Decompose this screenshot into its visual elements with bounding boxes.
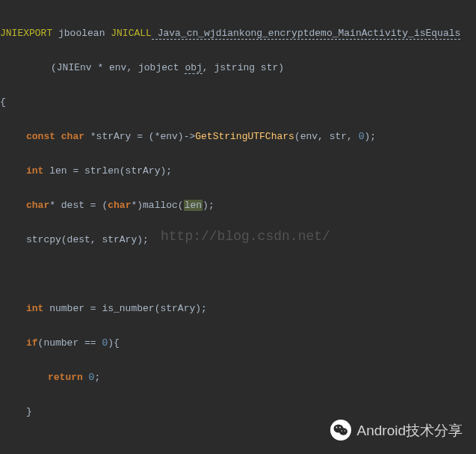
dest-decl1: * dest = ( bbox=[49, 200, 108, 211]
brace-close: } bbox=[26, 406, 32, 417]
jnicall-kw: JNICALL bbox=[111, 28, 152, 39]
strary-decl: *strAry = (*env)-> bbox=[84, 131, 195, 142]
int-kw: int bbox=[26, 303, 43, 314]
zero-literal: 0 bbox=[359, 131, 365, 142]
svg-point-2 bbox=[336, 427, 337, 429]
if-kw: if bbox=[26, 337, 38, 349]
svg-point-3 bbox=[339, 427, 341, 429]
svg-point-1 bbox=[339, 428, 347, 435]
getstring-args: (env, str, bbox=[294, 131, 359, 142]
if-cond: (number == bbox=[38, 337, 102, 349]
malloc-call: *)malloc( bbox=[131, 200, 183, 211]
code-editor[interactable]: JNIEXPORT jboolean JNICALL Java_cn_wjdia… bbox=[0, 0, 476, 454]
footer-badge: Android技术分享 bbox=[330, 420, 463, 441]
len-highlighted: len bbox=[184, 200, 203, 211]
footer-text: Android技术分享 bbox=[357, 422, 463, 439]
stmt-end: ); bbox=[203, 200, 214, 211]
param-tail: , jstring str) bbox=[203, 62, 284, 73]
char-kw: char bbox=[26, 200, 49, 211]
semicolon: ; bbox=[94, 372, 100, 383]
jniexport-kw: JNIEXPORT bbox=[0, 28, 52, 39]
return-val: 0 bbox=[83, 372, 95, 383]
param-obj: obj bbox=[185, 62, 202, 74]
number-decl: number = is_number(strAry); bbox=[43, 303, 206, 314]
getstring-method: GetStringUTFChars bbox=[195, 131, 294, 142]
return-kw: return bbox=[48, 372, 83, 383]
param-line: (JNIEnv * env, jobject bbox=[51, 62, 185, 73]
if-end: ){ bbox=[108, 337, 120, 349]
const-char-kw: const char bbox=[26, 131, 84, 142]
brace-open: { bbox=[0, 96, 6, 108]
strcpy-call: strcpy(dest, strAry); bbox=[26, 234, 149, 245]
svg-point-5 bbox=[344, 430, 344, 431]
function-name: Java_cn_wjdiankong_encryptdemo_MainActiv… bbox=[152, 28, 460, 40]
int-kw: int bbox=[26, 165, 43, 177]
jboolean-text: jboolean bbox=[52, 28, 111, 39]
wechat-icon bbox=[330, 420, 351, 441]
svg-point-4 bbox=[341, 430, 341, 431]
len-decl: len = strlen(strAry); bbox=[43, 165, 172, 177]
stmt-end: ); bbox=[365, 131, 377, 142]
char-cast-kw: char bbox=[108, 200, 131, 211]
